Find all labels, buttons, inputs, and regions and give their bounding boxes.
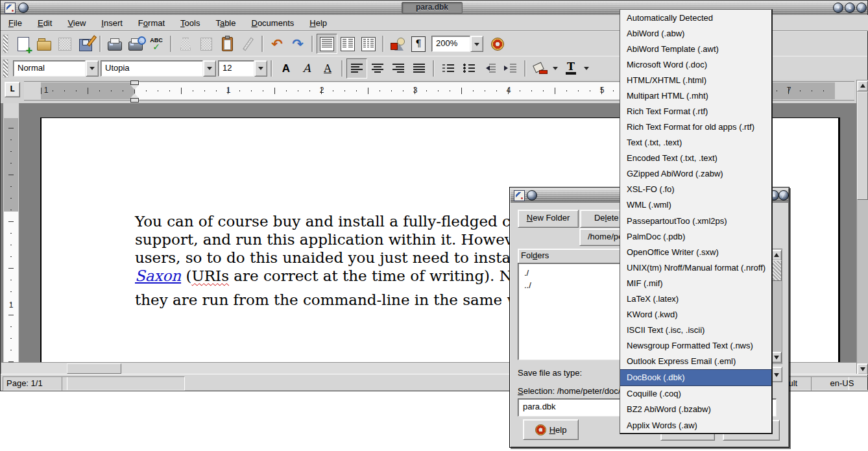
format-option[interactable]: KWord (.kwd) xyxy=(620,306,771,322)
format-option[interactable]: Coquille (.coq) xyxy=(620,386,771,402)
zoom-dropdown-button[interactable] xyxy=(470,36,483,52)
horizontal-scrollbar-thumb[interactable] xyxy=(67,363,121,374)
toolbar-grip[interactable] xyxy=(3,59,8,78)
save-as-button[interactable] xyxy=(75,34,96,54)
paste-button[interactable] xyxy=(217,34,237,54)
format-option[interactable]: BZ2 AbiWord (.bzabw) xyxy=(620,402,771,417)
format-option[interactable]: HTML/XHTML (.html) xyxy=(620,72,771,88)
menu-item[interactable]: File xyxy=(8,18,22,28)
format-option[interactable]: LaTeX (.latex) xyxy=(620,291,771,306)
files-scrollbar-thumb[interactable] xyxy=(771,260,782,281)
format-option[interactable]: Rich Text Format for old apps (.rtf) xyxy=(620,119,771,135)
font-dropdown-button[interactable] xyxy=(203,60,216,77)
insert-graphic-button[interactable] xyxy=(387,34,408,54)
vertical-ruler[interactable]: 1 xyxy=(3,103,19,362)
underline-button[interactable]: A xyxy=(317,58,338,79)
status-language-cell[interactable]: en-US xyxy=(811,376,868,391)
numbered-list-icon xyxy=(442,63,454,73)
font-color-button[interactable]: T xyxy=(561,58,581,79)
vertical-scrollbar[interactable] xyxy=(856,80,868,375)
one-column-button[interactable] xyxy=(317,34,337,54)
font-value[interactable]: Utopia xyxy=(101,60,203,77)
format-option[interactable]: Rich Text Format (.rtf) xyxy=(620,103,771,119)
three-columns-button[interactable] xyxy=(358,34,379,54)
font-size-dropdown-button[interactable] xyxy=(254,60,267,77)
align-right-button[interactable] xyxy=(388,58,409,79)
menu-item[interactable]: Insert xyxy=(101,18,123,28)
format-option[interactable]: ISCII Text (.isc, .iscii) xyxy=(620,323,771,338)
font-size-value[interactable]: 12 xyxy=(218,60,254,77)
format-option[interactable]: Text (.txt, .text) xyxy=(620,135,771,151)
format-option[interactable]: PalmDoc (.pdb) xyxy=(620,228,771,244)
new-folder-button[interactable]: New Folder xyxy=(518,210,579,228)
ruler-number: 7 xyxy=(784,86,793,95)
style-dropdown-button[interactable] xyxy=(86,60,99,77)
spellcheck-button[interactable]: ABC ✓ xyxy=(146,34,167,54)
help-button[interactable] xyxy=(487,34,508,54)
close-button[interactable]: ╱ xyxy=(856,3,867,13)
format-option[interactable]: GZipped AbiWord (.zabw) xyxy=(620,166,771,182)
redo-button[interactable]: ↷ xyxy=(287,34,308,54)
align-justify-button[interactable] xyxy=(409,58,429,79)
new-document-button[interactable] xyxy=(13,34,34,54)
scroll-up-button[interactable] xyxy=(857,80,868,91)
hyperlink-saxon[interactable]: Saxon xyxy=(135,267,181,284)
font-color-dropdown[interactable] xyxy=(581,58,592,79)
menu-item[interactable]: Documents xyxy=(252,18,295,28)
help-button[interactable]: Help xyxy=(523,419,579,440)
shade-button[interactable]: ▾ xyxy=(833,3,843,13)
align-center-button[interactable] xyxy=(367,58,388,79)
toolbar-grip[interactable] xyxy=(3,34,8,53)
dialog-window-menu-button[interactable] xyxy=(527,190,537,201)
bullet-list-button[interactable] xyxy=(459,58,479,79)
menu-item[interactable]: Help xyxy=(309,18,327,28)
format-option[interactable]: Microsoft Word (.doc) xyxy=(620,56,771,72)
style-value[interactable]: Normal xyxy=(13,60,86,77)
align-left-button[interactable] xyxy=(346,58,367,79)
format-option[interactable]: WML (.wml) xyxy=(620,197,771,213)
print-preview-button[interactable] xyxy=(125,34,146,54)
window-menu-button[interactable] xyxy=(18,3,29,13)
zoom-value[interactable]: 200% xyxy=(431,36,470,52)
format-option[interactable]: UNIX(tm) Nroff/Manual format (.nroff) xyxy=(620,260,771,275)
highlight-color-button[interactable] xyxy=(529,58,550,79)
open-button[interactable] xyxy=(34,34,54,54)
numbered-list-button[interactable] xyxy=(438,58,459,79)
bold-button[interactable]: A xyxy=(276,58,296,79)
format-option[interactable]: DocBook (.dbk) xyxy=(620,369,771,386)
menu-item[interactable]: View xyxy=(67,18,86,28)
format-option[interactable]: Encoded Text (.txt, .text) xyxy=(620,151,771,166)
format-option[interactable]: PassepartoutToo (.xml2ps) xyxy=(620,213,771,228)
menu-item[interactable]: Tools xyxy=(180,18,200,28)
format-option[interactable]: Outlook Express Email (.eml) xyxy=(620,354,771,369)
decrease-indent-button[interactable] xyxy=(479,58,500,79)
format-option[interactable]: OpenOffice Writer (.sxw) xyxy=(620,244,771,260)
print-button[interactable] xyxy=(104,34,125,54)
italic-button[interactable]: A xyxy=(296,58,317,79)
format-option[interactable]: Multipart HTML (.mht) xyxy=(620,88,771,103)
format-option[interactable]: Automatically Detected xyxy=(620,10,771,25)
dialog-close-button[interactable]: ╱ xyxy=(778,190,789,201)
left-indent-marker[interactable] xyxy=(130,93,139,103)
format-option[interactable]: AbiWord (.abw) xyxy=(620,25,771,41)
menu-item[interactable]: Table xyxy=(215,18,235,28)
files-scroll-down-button[interactable] xyxy=(771,352,782,363)
menu-item[interactable]: Edit xyxy=(38,18,52,28)
menu-item[interactable]: Format xyxy=(138,18,165,28)
vertical-scrollbar-thumb[interactable] xyxy=(857,91,868,200)
format-option[interactable]: Newsgroup Formatted Text (.nws) xyxy=(620,338,771,354)
two-columns-button[interactable] xyxy=(337,34,358,54)
maximize-button[interactable]: ▴ xyxy=(845,3,855,13)
format-option[interactable]: AbiWord Template (.awt) xyxy=(620,41,771,56)
format-option[interactable]: Applix Words (.aw) xyxy=(620,417,771,433)
tab-stop-selector[interactable]: L xyxy=(5,82,20,97)
highlight-color-dropdown[interactable] xyxy=(550,58,561,79)
format-option[interactable]: MIF (.mif) xyxy=(620,275,771,291)
show-formatting-marks-button[interactable]: ¶ xyxy=(408,34,429,54)
undo-button[interactable]: ↶ xyxy=(267,34,287,54)
files-scroll-up-button[interactable] xyxy=(771,250,782,261)
scroll-down-button[interactable] xyxy=(857,363,868,374)
format-option[interactable]: XSL-FO (.fo) xyxy=(620,182,771,197)
increase-indent-button[interactable] xyxy=(500,58,521,79)
first-line-indent-marker[interactable] xyxy=(130,80,139,90)
